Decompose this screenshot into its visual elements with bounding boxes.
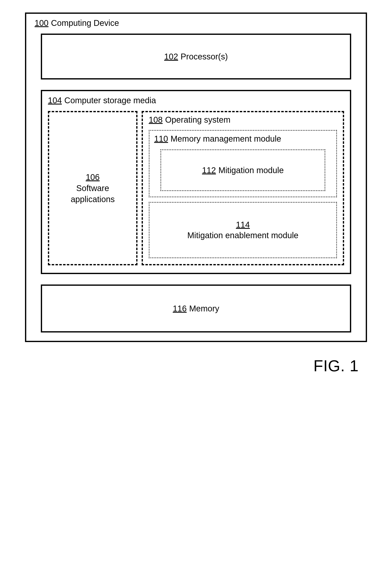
ref-110: 110 [154,134,168,144]
ref-106: 106 [86,172,100,182]
figure-prefix: FIG. [313,357,345,374]
os-box: 108 Operating system 110 Memory manageme… [142,111,344,265]
ref-114: 114 [236,220,250,229]
label-processor: Processor(s) [181,52,228,61]
os-label: 108 Operating system [149,115,337,124]
label-software-1: Software [76,183,109,193]
ref-116: 116 [173,304,187,313]
memory-box: 116 Memory [41,284,351,332]
label-software-2: applications [70,195,114,204]
label-mitigation-module: Mitigation module [219,166,284,175]
ref-104: 104 [48,96,62,105]
software-box: 106 Software applications [48,111,138,265]
figure-caption: FIG. 1 [25,357,367,375]
computing-device-label: 100 Computing Device [35,18,357,28]
storage-body: 106 Software applications 108 Operating … [48,111,344,265]
storage-label: 104 Computer storage media [48,96,344,105]
memory-mgmt-box: 110 Memory management module 112 Mitigat… [149,130,337,197]
label-mitigation-enablement: Mitigation enablement module [187,231,298,240]
label-memory: Memory [189,304,219,313]
label-os: Operating system [165,115,230,124]
storage-box: 104 Computer storage media 106 Software … [41,90,351,274]
ref-100: 100 [35,18,49,28]
ref-108: 108 [149,115,163,124]
processor-box: 102 Processor(s) [41,34,351,79]
figure-number: 1 [350,357,359,374]
ref-102: 102 [164,52,178,61]
memory-mgmt-label: 110 Memory management module [154,134,332,144]
mitigation-enablement-box: 114 Mitigation enablement module [149,202,337,258]
label-memory-mgmt: Memory management module [171,134,281,144]
computing-device-box: 100 Computing Device 102 Processor(s) 10… [25,13,367,342]
ref-112: 112 [202,166,216,175]
mitigation-module-box: 112 Mitigation module [160,149,325,191]
label-storage: Computer storage media [64,96,156,105]
label-computing-device: Computing Device [51,18,119,28]
